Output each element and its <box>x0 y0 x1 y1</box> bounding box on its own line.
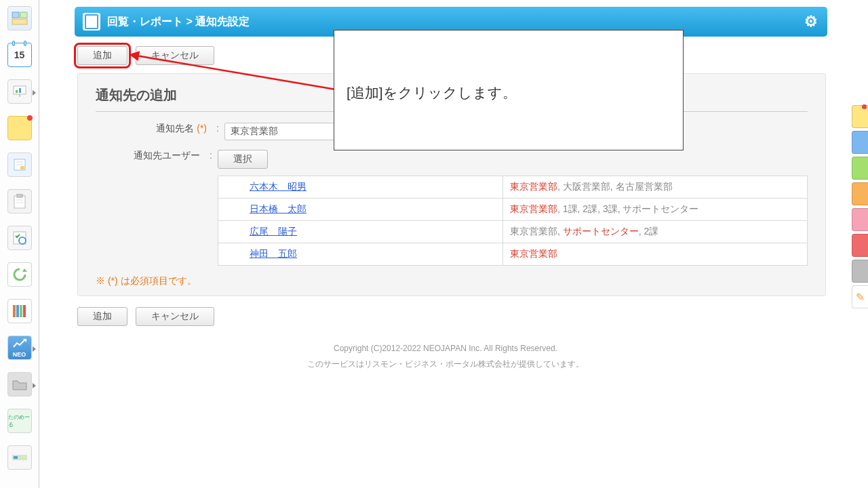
sidebar-misc-icon[interactable] <box>7 445 32 470</box>
button-row-bottom: 追加 キャンセル <box>77 307 842 326</box>
sidebar-neo-icon[interactable]: NEO <box>7 336 32 360</box>
right-tab-blue[interactable] <box>852 131 868 154</box>
right-tab-gray[interactable] <box>852 260 868 283</box>
footer-copyright: Copyright (C)2012-2022 NEOJAPAN Inc. All… <box>49 341 842 357</box>
callout-text: [追加]をクリックします。 <box>347 83 517 102</box>
neo-label: NEO <box>13 351 26 358</box>
sidebar-sticky-note-icon[interactable] <box>7 116 32 140</box>
svg-rect-5 <box>19 88 21 93</box>
svg-rect-19 <box>16 305 19 317</box>
svg-rect-10 <box>20 166 24 169</box>
svg-rect-12 <box>17 194 22 197</box>
right-tabs <box>849 0 868 488</box>
right-tab-green[interactable] <box>852 157 868 180</box>
select-users-button[interactable]: 選択 <box>218 150 268 169</box>
user-name-cell: 日本橋 太郎 <box>218 199 503 221</box>
instruction-callout: [追加]をクリックします。 <box>334 30 684 150</box>
svg-rect-20 <box>20 305 22 317</box>
cancel-button-top[interactable]: キャンセル <box>136 46 214 65</box>
required-footnote: ※ (*) は必須項目です。 <box>96 275 808 287</box>
user-groups-cell: 東京営業部, 大阪営業部, 名古屋営業部 <box>503 176 808 199</box>
sidebar-refresh-icon[interactable] <box>7 262 32 287</box>
svg-rect-4 <box>16 90 18 93</box>
user-groups-cell: 東京営業部 <box>503 243 808 266</box>
user-link[interactable]: 日本橋 太郎 <box>250 203 307 214</box>
right-tab-edit-icon[interactable] <box>852 285 868 308</box>
left-sidebar: 15 NEO たのめーる <box>0 0 39 488</box>
sidebar-calendar-icon[interactable]: 15 <box>7 43 32 67</box>
settings-gear-icon[interactable]: ⚙ <box>800 11 822 33</box>
users-label: 通知先ユーザー <box>96 150 204 162</box>
user-table: 六本木 昭男東京営業部, 大阪営業部, 名古屋営業部日本橋 太郎東京営業部, 1… <box>218 176 808 266</box>
cancel-button-bottom[interactable]: キャンセル <box>136 307 214 326</box>
sidebar-clipboard-icon[interactable] <box>7 189 32 214</box>
svg-rect-1 <box>20 12 27 18</box>
svg-rect-18 <box>13 305 16 317</box>
user-link[interactable]: 広尾 陽子 <box>250 226 297 237</box>
sidebar-binder-icon[interactable] <box>7 299 32 323</box>
sidebar-checklist-icon[interactable] <box>7 226 32 250</box>
right-tab-red[interactable] <box>852 234 868 257</box>
table-row: 六本木 昭男東京営業部, 大阪営業部, 名古屋営業部 <box>218 176 808 199</box>
user-groups-cell: 東京営業部, サポートセンター, 2課 <box>503 221 808 243</box>
footer-provider: このサービスはリスモン・ビジネス・ポータル株式会社が提供しています。 <box>49 357 842 372</box>
table-row: 日本橋 太郎東京営業部, 1課, 2課, 3課, サポートセンター <box>218 199 808 221</box>
sidebar-portal-icon[interactable] <box>7 6 32 30</box>
svg-rect-11 <box>14 196 25 208</box>
user-name-cell: 広尾 陽子 <box>218 221 503 243</box>
svg-marker-17 <box>22 268 27 272</box>
user-name-cell: 神田 五郎 <box>218 243 503 266</box>
user-groups-cell: 東京営業部, 1課, 2課, 3課, サポートセンター <box>503 199 808 221</box>
tanomeru-label: たのめーる <box>8 413 31 428</box>
sidebar-tanomeru-icon[interactable]: たのめーる <box>7 409 32 433</box>
user-link[interactable]: 六本木 昭男 <box>250 181 307 192</box>
calendar-day-number: 15 <box>14 49 25 60</box>
table-row: 広尾 陽子東京営業部, サポートセンター, 2課 <box>218 221 808 243</box>
add-button-top[interactable]: 追加 <box>77 46 127 65</box>
row-users: 通知先ユーザー : 選択 六本木 昭男東京営業部, 大阪営業部, 名古屋営業部日… <box>96 150 808 266</box>
svg-rect-0 <box>12 12 19 18</box>
breadcrumb: 回覧・レポート > 通知先設定 <box>107 15 250 29</box>
svg-rect-24 <box>14 456 18 459</box>
header-clipboard-icon <box>83 13 100 30</box>
svg-rect-2 <box>12 19 27 24</box>
right-tab-orange[interactable] <box>852 182 868 205</box>
sidebar-folder-icon[interactable] <box>7 372 32 396</box>
sidebar-presentation-icon[interactable] <box>7 79 32 104</box>
user-link[interactable]: 神田 五郎 <box>250 248 297 259</box>
footer: Copyright (C)2012-2022 NEOJAPAN Inc. All… <box>49 341 842 372</box>
sidebar-document-icon[interactable] <box>7 152 32 177</box>
add-button-bottom[interactable]: 追加 <box>77 307 127 326</box>
right-tab-note[interactable] <box>852 105 868 128</box>
right-tab-pink[interactable] <box>852 208 868 231</box>
name-label: 通知先名 (*) <box>96 123 211 135</box>
table-row: 神田 五郎東京営業部 <box>218 243 808 266</box>
user-name-cell: 六本木 昭男 <box>218 176 503 199</box>
svg-rect-21 <box>23 305 26 317</box>
